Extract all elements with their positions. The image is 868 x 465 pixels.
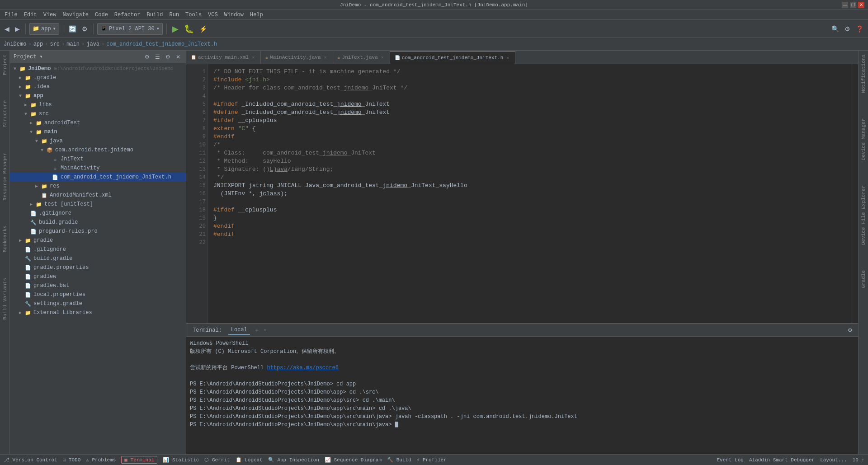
- tree-item-test[interactable]: ▶ 📁 test [unitTest]: [10, 200, 186, 209]
- status-layout[interactable]: Layout...: [820, 457, 847, 463]
- menu-vcs[interactable]: VCS: [205, 11, 221, 19]
- close-tab-jnitext[interactable]: ✕: [380, 54, 385, 61]
- tab-jnitext-java[interactable]: ☕ JniText.java ✕: [333, 51, 390, 64]
- breadcrumb-main[interactable]: main: [66, 41, 80, 47]
- terminal-content[interactable]: Windows PowerShell 版权所有 (C) Microsoft Co…: [186, 337, 858, 454]
- tree-item-app[interactable]: ▼ 📁 app: [10, 91, 186, 100]
- tree-item-src[interactable]: ▼ 📁 src: [10, 109, 186, 118]
- breadcrumb-src[interactable]: src: [50, 41, 60, 47]
- close-button[interactable]: ✕: [858, 2, 864, 8]
- status-logcat[interactable]: 📋 Logcat: [236, 457, 263, 463]
- tree-item-buildgradle-app[interactable]: ▶ 🔧 build.gradle: [10, 218, 186, 227]
- breadcrumb-jnidemo[interactable]: JniDemo: [4, 41, 26, 47]
- status-app-inspection[interactable]: 🔍 App Inspection: [268, 457, 319, 463]
- menu-run[interactable]: Run: [166, 11, 182, 19]
- tree-item-gradle-hidden[interactable]: ▶ 📁 .gradle: [10, 73, 186, 82]
- status-aladdin[interactable]: Aladdin Smart Debugger: [749, 457, 815, 463]
- tree-item-gradleprops[interactable]: ▶ 📄 gradle.properties: [10, 263, 186, 272]
- profile-button[interactable]: ⚡: [198, 24, 209, 33]
- terminal-pscore-link[interactable]: https://aka.ms/pscore6: [267, 365, 338, 371]
- left-label-project[interactable]: Project: [1, 51, 9, 79]
- left-label-build-variants[interactable]: Build Variants: [1, 274, 9, 323]
- tree-item-jnitext-h[interactable]: ▶ 📄 com_android_test_jnidemo_JniText.h: [10, 173, 186, 182]
- search-everywhere-button[interactable]: 🔍: [830, 24, 841, 33]
- terminal-add-button[interactable]: ＋: [254, 326, 260, 334]
- maximize-button[interactable]: ❐: [850, 2, 856, 8]
- back-button[interactable]: ◀: [3, 24, 11, 33]
- status-version-control[interactable]: ⎇ Version Control: [4, 457, 57, 463]
- status-terminal[interactable]: ▣ Terminal: [121, 456, 157, 464]
- run-button[interactable]: ▶: [170, 24, 180, 34]
- tree-item-package[interactable]: ▼ 📦 com.android.test.jnidemo: [10, 146, 186, 155]
- close-tab-mainactivity[interactable]: ✕: [323, 54, 328, 61]
- tree-item-main[interactable]: ▼ 📁 main: [10, 127, 186, 136]
- tree-item-gradle-root[interactable]: ▶ 📁 gradle: [10, 236, 186, 245]
- tab-mainactivity-java[interactable]: ☕ MainActivity.java ✕: [261, 51, 333, 64]
- project-settings-icon[interactable]: ⚙: [164, 53, 172, 61]
- status-todo[interactable]: ☑ TODO: [63, 457, 81, 463]
- terminal-dropdown[interactable]: ▾: [264, 327, 267, 333]
- left-label-bookmarks[interactable]: Bookmarks: [1, 222, 9, 256]
- terminal-settings-button[interactable]: ⚙: [846, 326, 854, 334]
- right-label-device-file[interactable]: Device File Explorer: [860, 182, 867, 249]
- menu-refactor[interactable]: Refactor: [112, 11, 143, 19]
- breadcrumb-app[interactable]: app: [33, 41, 43, 47]
- code-content[interactable]: /* DO NOT EDIT THIS FILE - it is machine…: [208, 64, 852, 323]
- minimize-button[interactable]: —: [842, 2, 848, 8]
- status-profiler[interactable]: ⚡ Profiler: [417, 457, 447, 463]
- tree-item-external-libs[interactable]: ▶ 📁 External Libraries: [10, 308, 186, 317]
- editor-right-strip[interactable]: [852, 64, 858, 323]
- tree-item-jnitext[interactable]: ▶ ☕ JniText: [10, 155, 186, 164]
- menu-view[interactable]: View: [41, 11, 59, 19]
- device-dropdown[interactable]: 📱 Pixel 2 API 30 ▾: [97, 23, 163, 35]
- tree-item-res[interactable]: ▶ 📁 res: [10, 182, 186, 191]
- menu-tools[interactable]: Tools: [183, 11, 204, 19]
- tree-item-mainactivity[interactable]: ▶ ☕ MainActivity: [10, 164, 186, 173]
- right-label-device-manager[interactable]: Device Manager: [860, 115, 867, 164]
- tab-terminal-local[interactable]: Local: [228, 326, 250, 335]
- tree-item-gitignore-app[interactable]: ▶ 📄 .gitignore: [10, 209, 186, 218]
- right-label-gradle[interactable]: Gradle: [860, 267, 867, 292]
- menu-navigate[interactable]: Navigate: [60, 11, 91, 19]
- tree-item-androidtest[interactable]: ▶ 📁 androidTest: [10, 118, 186, 127]
- tree-item-root[interactable]: ▼ 📁 JniDemo E:\Android\AndroidStudioProj…: [10, 64, 186, 73]
- sync-button[interactable]: 🔄: [67, 24, 78, 33]
- tree-item-gitignore-root[interactable]: ▶ 📄 .gitignore: [10, 245, 186, 254]
- tree-item-libs[interactable]: ▶ 📁 libs: [10, 100, 186, 109]
- menu-window[interactable]: Window: [222, 11, 246, 19]
- project-dropdown[interactable]: 📁 app ▾: [29, 23, 59, 35]
- tree-item-proguard[interactable]: ▶ 📄 proguard-rules.pro: [10, 227, 186, 236]
- project-expand-icon[interactable]: ☰: [153, 53, 162, 61]
- project-close-icon[interactable]: ✕: [174, 53, 182, 61]
- menu-help[interactable]: Help: [247, 11, 266, 19]
- forward-button[interactable]: ▶: [13, 24, 22, 33]
- status-sequence-diagram[interactable]: 📈 Sequence Diagram: [325, 457, 382, 463]
- menu-edit[interactable]: Edit: [21, 11, 40, 19]
- debug-button[interactable]: 🐛: [182, 24, 196, 34]
- settings-main-button[interactable]: ⚙: [843, 24, 852, 33]
- tree-item-settingsgradle[interactable]: ▶ 🔧 settings.gradle: [10, 299, 186, 308]
- close-tab-jnitext-h[interactable]: ✕: [505, 55, 510, 61]
- menu-file[interactable]: File: [2, 11, 20, 19]
- status-build[interactable]: 🔨 Build: [387, 457, 411, 463]
- tab-activity-main-xml[interactable]: 📋 activity_main.xml ✕: [186, 51, 261, 64]
- tree-item-manifest[interactable]: ▶ 📋 AndroidManifest.xml: [10, 191, 186, 200]
- status-gerrit[interactable]: ⬡ Gerrit: [204, 457, 230, 463]
- project-sync-icon[interactable]: ⚙: [143, 53, 151, 61]
- left-label-structure[interactable]: Structure: [1, 97, 9, 131]
- tree-item-idea[interactable]: ▶ 📁 .idea: [10, 82, 186, 91]
- right-label-notifications[interactable]: Notifications: [860, 51, 867, 97]
- editor-area[interactable]: 12345678910111213141516171819202122 /* D…: [186, 64, 852, 323]
- menu-build[interactable]: Build: [144, 11, 165, 19]
- tree-item-gradlew[interactable]: ▶ 📄 gradlew: [10, 272, 186, 281]
- status-statistic[interactable]: 📊 Statistic: [163, 457, 199, 463]
- tree-item-localprops[interactable]: ▶ 📄 local.properties: [10, 290, 186, 299]
- tab-jnitext-h[interactable]: 📄 com_android_test_jnidemo_JniText.h ✕: [390, 51, 515, 64]
- tree-item-gradlewbat[interactable]: ▶ 📄 gradlew.bat: [10, 281, 186, 290]
- tree-item-buildgradle-root[interactable]: ▶ 🔧 build.gradle: [10, 254, 186, 263]
- settings-button[interactable]: ⚙: [80, 24, 90, 33]
- help-button[interactable]: ❓: [854, 24, 865, 33]
- status-event-log[interactable]: Event Log: [717, 457, 744, 463]
- breadcrumb-file[interactable]: com_android_test_jnidemo_JniText.h: [106, 41, 217, 47]
- status-problems[interactable]: ⚠ Problems: [86, 457, 116, 463]
